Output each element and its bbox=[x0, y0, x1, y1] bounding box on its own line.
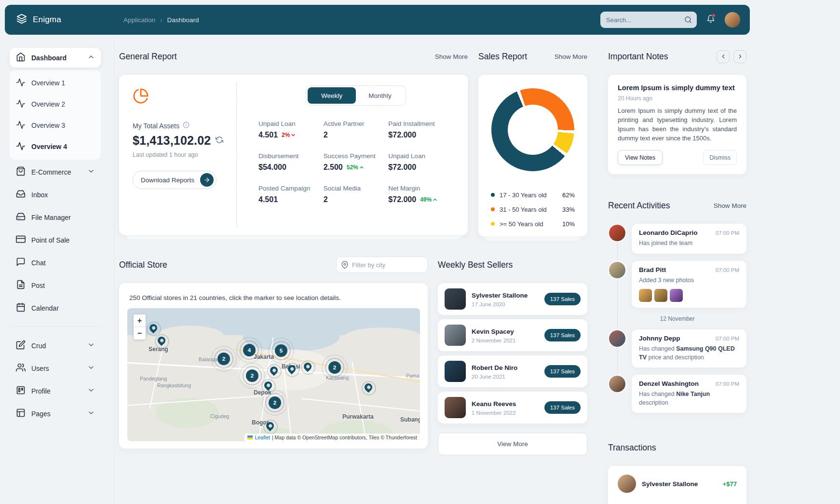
seller-item[interactable]: Sylvester Stallone 17 June 2020 137 Sale… bbox=[438, 283, 587, 315]
monthly-tab[interactable]: Monthly bbox=[356, 87, 404, 104]
map-cluster-marker[interactable]: 2 bbox=[269, 396, 281, 409]
sidebar-item-ecommerce[interactable]: E-Commerce bbox=[10, 161, 101, 183]
sidebar-item-calendar[interactable]: Calendar bbox=[10, 297, 101, 319]
sidebar-item-file-manager[interactable]: File Manager bbox=[10, 206, 101, 229]
general-report-card: My Total Assets $1,413,102.02 Last updat… bbox=[119, 75, 468, 235]
sidebar-item-overview-1[interactable]: Overview 1 bbox=[10, 72, 101, 94]
official-store-title: Official Store bbox=[119, 260, 167, 270]
sales-report-section: Sales Report Show More 17 - 30 Years old… bbox=[478, 48, 587, 236]
total-assets-value: $1,413,102.02 bbox=[133, 134, 211, 148]
sidebar-item-profile[interactable]: Profile bbox=[10, 380, 101, 402]
sidebar-item-label: Point of Sale bbox=[31, 236, 69, 244]
sidebar-item-crud[interactable]: Crud bbox=[10, 334, 101, 357]
chevron-down-icon bbox=[87, 341, 95, 350]
sidebar-item-point-of-sale[interactable]: Point of Sale bbox=[10, 229, 101, 251]
seller-photo bbox=[445, 288, 466, 310]
map-pin-marker[interactable] bbox=[365, 383, 372, 391]
map-cluster-marker[interactable]: 2 bbox=[328, 361, 341, 374]
user-avatar[interactable] bbox=[725, 12, 740, 27]
activity-icon bbox=[16, 78, 26, 89]
view-more-button[interactable]: View More bbox=[438, 433, 587, 455]
filter-by-city-input[interactable] bbox=[336, 257, 428, 273]
breadcrumb-separator: › bbox=[160, 16, 163, 24]
sales-report-show-more[interactable]: Show More bbox=[555, 53, 587, 60]
sidebar-item-pages[interactable]: Pages bbox=[10, 402, 101, 425]
layers-icon bbox=[16, 14, 27, 26]
seller-item[interactable]: Robert De Niro 20 June 2021 137 Sales bbox=[438, 355, 587, 387]
info-icon[interactable] bbox=[183, 122, 190, 130]
photo-thumbnail[interactable] bbox=[654, 289, 667, 302]
sidebar: Dashboard Overview 1 Overview 2 Overview… bbox=[0, 35, 114, 504]
map-pin-marker[interactable] bbox=[264, 381, 272, 389]
map-cluster-marker[interactable]: 2 bbox=[246, 369, 258, 382]
sidebar-item-inbox[interactable]: Inbox bbox=[10, 183, 101, 206]
breadcrumb-application[interactable]: Application bbox=[123, 16, 155, 24]
sidebar-item-label: Post bbox=[31, 282, 45, 289]
shopping-bag-icon bbox=[16, 166, 26, 177]
avatar bbox=[618, 475, 636, 493]
map-pin-marker[interactable] bbox=[288, 365, 296, 373]
sidebar-item-overview-2[interactable]: Overview 2 bbox=[10, 94, 101, 115]
seller-item[interactable]: Kevin Spacey 2 November 2021 137 Sales bbox=[438, 319, 587, 351]
activities-show-more[interactable]: Show More bbox=[714, 202, 746, 209]
zoom-out-button[interactable]: − bbox=[134, 327, 146, 340]
weekly-tab[interactable]: Weekly bbox=[308, 87, 356, 104]
legend-item: 17 - 30 Years old 62% bbox=[491, 188, 575, 202]
map-cluster-marker[interactable]: 4 bbox=[243, 344, 256, 356]
download-reports-button[interactable]: Download Reports bbox=[133, 171, 217, 189]
sidebar-item-overview-4[interactable]: Overview 4 bbox=[10, 136, 101, 157]
map-cluster-marker[interactable]: 5 bbox=[275, 344, 287, 357]
sales-legend: 17 - 30 Years old 62% 31 - 50 Years old … bbox=[491, 188, 575, 231]
view-notes-button[interactable]: View Notes bbox=[618, 150, 663, 165]
sidebar-item-dashboard[interactable]: Dashboard bbox=[10, 48, 101, 68]
map-label: Subang bbox=[400, 416, 420, 423]
sidebar-item-label: Inbox bbox=[31, 191, 48, 199]
search-input[interactable] bbox=[600, 12, 697, 28]
map-pin-marker[interactable] bbox=[270, 367, 278, 374]
notifications-button[interactable] bbox=[706, 14, 715, 25]
avatar bbox=[608, 375, 626, 393]
map-pin-marker[interactable] bbox=[158, 337, 165, 344]
brand-logo[interactable]: Enigma bbox=[16, 14, 119, 26]
map-cluster-marker[interactable]: 2 bbox=[217, 353, 230, 365]
map-pin-marker[interactable] bbox=[266, 422, 274, 430]
photo-thumbnail[interactable] bbox=[639, 289, 652, 302]
sidebar-divider bbox=[10, 327, 101, 327]
main-content: General Report Show More My Total Assets… bbox=[114, 35, 587, 504]
avatar bbox=[608, 261, 626, 279]
map-pin-marker[interactable] bbox=[304, 363, 312, 370]
legend-dot bbox=[491, 207, 495, 211]
activity-icon bbox=[16, 120, 26, 131]
general-report-show-more[interactable]: Show More bbox=[435, 53, 468, 60]
seller-item[interactable]: Keanu Reeves 1 November 2022 137 Sales bbox=[438, 392, 587, 423]
recent-activities-title: Recent Activities bbox=[608, 201, 670, 211]
dismiss-button[interactable]: Dismiss bbox=[703, 150, 737, 165]
dashboard-submenu: Overview 1 Overview 2 Overview 3 Overvie… bbox=[10, 70, 101, 160]
stat-paid-installment: Paid Installment $72.000 bbox=[388, 120, 453, 139]
notes-prev-button[interactable] bbox=[717, 50, 730, 63]
seller-photo bbox=[445, 361, 466, 382]
sidebar-item-label: Profile bbox=[31, 387, 51, 395]
sidebar-item-post[interactable]: Post bbox=[10, 274, 101, 297]
sidebar-item-label: Chat bbox=[31, 259, 46, 267]
photo-thumbnail[interactable] bbox=[670, 289, 683, 302]
note-body: Lorem Ipsum is simply dummy text of the … bbox=[618, 107, 737, 143]
general-report-section: General Report Show More My Total Assets… bbox=[119, 48, 468, 236]
store-map[interactable]: Serang Pandeglang Rangkasbitung Balaraja… bbox=[127, 308, 420, 441]
transaction-item[interactable]: Sylvester Stallone +$77 bbox=[608, 468, 746, 500]
leaflet-link[interactable]: Leaflet bbox=[255, 435, 270, 440]
flag-icon bbox=[247, 436, 253, 439]
notes-next-button[interactable] bbox=[733, 50, 746, 63]
refresh-icon[interactable] bbox=[216, 136, 223, 146]
map-pin-marker[interactable] bbox=[149, 324, 157, 332]
sidebar-item-users[interactable]: Users bbox=[10, 357, 101, 380]
trello-icon bbox=[16, 385, 26, 396]
sidebar-item-label: Calendar bbox=[31, 304, 59, 312]
sidebar-item-overview-3[interactable]: Overview 3 bbox=[10, 115, 101, 136]
zoom-in-button[interactable]: + bbox=[134, 314, 146, 327]
sidebar-item-chat[interactable]: Chat bbox=[10, 251, 101, 274]
stat-net-margin: Net Margin $72.000 49% bbox=[388, 185, 453, 204]
topbar: Enigma Application › Dashboard bbox=[5, 5, 750, 35]
stat-social-media: Social Media 2 bbox=[324, 185, 389, 204]
sidebar-item-label: Crud bbox=[31, 342, 46, 350]
